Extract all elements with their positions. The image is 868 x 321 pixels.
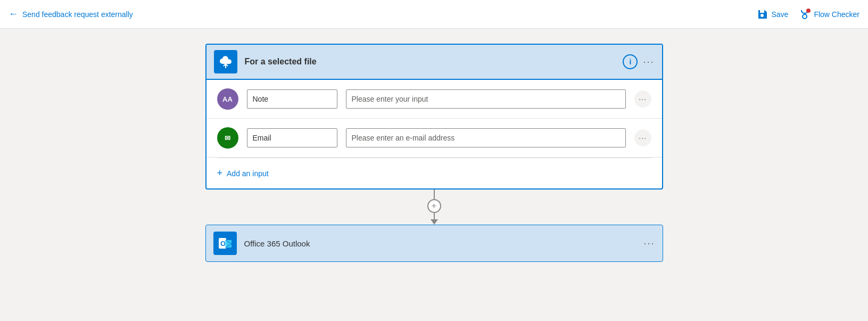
- add-input-label: Add an input: [227, 169, 269, 178]
- notification-dot: [806, 9, 811, 13]
- save-button[interactable]: Save: [757, 9, 788, 20]
- connector-line-mid: [434, 213, 435, 219]
- svg-text:O: O: [220, 240, 226, 248]
- card-header: For a selected file i ···: [206, 45, 662, 80]
- info-icon: i: [630, 57, 632, 66]
- connector-plus-button[interactable]: +: [427, 199, 441, 213]
- email-avatar: ✉: [217, 127, 238, 149]
- note-input-row: AA Note Please enter your input ···: [206, 80, 662, 119]
- header-more-button[interactable]: ···: [643, 56, 654, 68]
- info-button[interactable]: i: [623, 54, 638, 69]
- add-input-row: + Add an input: [206, 158, 662, 188]
- flow-checker-button[interactable]: Flow Checker: [799, 9, 859, 20]
- note-label: Note: [253, 95, 269, 103]
- email-input-box[interactable]: Please enter an e-mail address: [346, 128, 626, 147]
- bottom-card: O Office 365 Outlook ···: [205, 225, 663, 262]
- card-body: AA Note Please enter your input ··· ✉: [206, 80, 662, 188]
- card-title: For a selected file: [245, 57, 616, 67]
- email-placeholder: Please enter an e-mail address: [352, 134, 455, 142]
- note-more-icon: ···: [639, 95, 647, 103]
- email-avatar-icon: ✉: [225, 134, 230, 142]
- cloud-icon: [218, 54, 233, 69]
- email-input-row: ✉ Email Please enter an e-mail address ·…: [206, 119, 662, 158]
- outlook-icon-wrap: O: [213, 232, 237, 255]
- bottom-card-title: Office 365 Outlook: [244, 239, 636, 248]
- top-bar-actions: Save Flow Checker: [757, 9, 859, 20]
- connector-arrow: [431, 219, 438, 225]
- connector: +: [427, 190, 441, 225]
- email-more-icon: ···: [639, 134, 647, 142]
- email-more-button[interactable]: ···: [634, 129, 651, 146]
- save-icon: [757, 9, 768, 20]
- connector-plus-icon: +: [432, 201, 436, 211]
- card-header-actions: i ···: [623, 54, 654, 69]
- connector-line-top: [434, 190, 435, 199]
- top-bar: ← Send feedback request externally Save …: [0, 0, 868, 29]
- outlook-icon: O: [217, 235, 234, 252]
- flow-checker-label: Flow Checker: [814, 10, 859, 19]
- page-title: Send feedback request externally: [22, 10, 133, 19]
- back-arrow-icon: ←: [9, 9, 18, 20]
- main-card: For a selected file i ··· AA Note Please…: [205, 44, 663, 190]
- flow-checker-icon: [799, 9, 811, 20]
- svg-point-0: [803, 14, 807, 19]
- note-label-box: Note: [247, 89, 337, 109]
- add-input-plus-icon: +: [217, 168, 223, 179]
- save-label: Save: [771, 10, 788, 19]
- email-label-box: Email: [247, 128, 337, 147]
- note-avatar: AA: [217, 88, 238, 110]
- email-label: Email: [253, 134, 271, 142]
- bottom-more-button[interactable]: ···: [643, 238, 655, 249]
- note-input-box[interactable]: Please enter your input: [346, 89, 626, 109]
- add-input-button[interactable]: + Add an input: [217, 168, 269, 179]
- note-placeholder: Please enter your input: [352, 95, 428, 103]
- back-button[interactable]: ← Send feedback request externally: [9, 9, 133, 20]
- canvas: For a selected file i ··· AA Note Please…: [0, 29, 868, 321]
- svg-rect-7: [225, 240, 232, 248]
- note-more-button[interactable]: ···: [634, 90, 651, 108]
- card-icon-wrap: [214, 50, 237, 73]
